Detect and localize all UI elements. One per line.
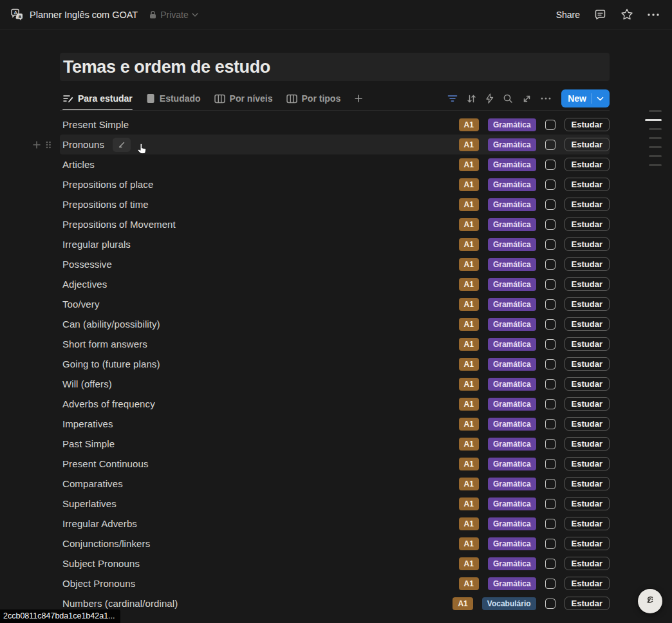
level-badge[interactable]: A1 <box>459 497 479 510</box>
row-checkbox[interactable] <box>545 200 555 210</box>
type-badge[interactable]: Gramática <box>488 557 536 570</box>
row-checkbox[interactable] <box>545 259 555 270</box>
type-badge[interactable]: Gramática <box>488 378 536 391</box>
estudar-button[interactable]: Estudar <box>565 377 610 391</box>
row-title[interactable]: Past Simple <box>62 438 115 449</box>
table-row[interactable]: Prepositions of place A1 Gramática Estud… <box>60 174 610 194</box>
type-badge[interactable]: Gramática <box>488 258 536 271</box>
type-badge[interactable]: Gramática <box>488 218 536 231</box>
row-checkbox[interactable] <box>545 219 555 230</box>
row-checkbox[interactable] <box>545 579 555 589</box>
row-title[interactable]: Subject Pronouns <box>62 558 140 569</box>
level-badge[interactable]: A1 <box>459 378 479 391</box>
row-checkbox[interactable] <box>545 180 555 190</box>
type-badge[interactable]: Gramática <box>488 438 536 451</box>
table-row[interactable]: Subject Pronouns A1 Gramática Estudar <box>60 553 610 573</box>
table-row[interactable]: Conjunctions/linkers A1 Gramática Estuda… <box>60 534 610 553</box>
type-badge[interactable]: Gramática <box>488 517 536 530</box>
level-badge[interactable]: A1 <box>459 278 479 291</box>
row-checkbox[interactable] <box>545 319 555 330</box>
row-checkbox[interactable] <box>545 479 555 489</box>
table-row[interactable]: Too/very A1 Gramática Estudar <box>60 294 610 314</box>
row-title[interactable]: Possessive <box>62 259 112 270</box>
level-badge[interactable]: A1 <box>459 338 479 351</box>
tab-estudado[interactable]: Estudado <box>146 86 201 111</box>
add-view-button[interactable] <box>354 94 363 103</box>
row-title[interactable]: Articles <box>62 159 95 170</box>
tab-por-tipos[interactable]: Por tipos <box>286 86 341 111</box>
type-badge[interactable]: Gramática <box>488 418 536 431</box>
table-row[interactable]: Possessive A1 Gramática Estudar <box>60 254 610 274</box>
row-checkbox[interactable] <box>545 399 555 409</box>
estudar-button[interactable]: Estudar <box>565 417 610 431</box>
type-badge[interactable]: Gramática <box>488 298 536 311</box>
row-title[interactable]: Going to (future plans) <box>62 358 160 369</box>
star-icon[interactable] <box>621 8 633 21</box>
new-chevron-down-icon[interactable] <box>592 97 608 101</box>
row-title[interactable]: Short form answers <box>62 339 147 349</box>
workspace-page-title[interactable]: Planner Inglês com GOAT <box>30 10 138 20</box>
type-badge[interactable]: Gramática <box>488 478 536 490</box>
notion-ai-button[interactable] <box>638 589 662 613</box>
type-badge[interactable]: Gramática <box>488 178 536 191</box>
type-badge[interactable]: Gramática <box>488 497 536 510</box>
share-button[interactable]: Share <box>556 10 580 20</box>
row-checkbox[interactable] <box>545 160 555 170</box>
estudar-button[interactable]: Estudar <box>565 257 610 271</box>
table-row[interactable]: Present Continuous A1 Gramática Estudar <box>60 454 610 474</box>
type-badge[interactable]: Gramática <box>488 537 536 550</box>
estudar-button[interactable]: Estudar <box>565 138 610 151</box>
row-title[interactable]: Comparatives <box>62 478 123 489</box>
row-title[interactable]: Conjunctions/linkers <box>62 538 150 549</box>
automation-icon[interactable] <box>485 93 494 104</box>
estudar-button[interactable]: Estudar <box>565 437 610 451</box>
row-title[interactable]: Prepositions of Movement <box>62 219 176 230</box>
row-title[interactable]: Prepositions of time <box>62 199 149 210</box>
level-badge[interactable]: A1 <box>459 258 479 271</box>
level-badge[interactable]: A1 <box>459 158 479 171</box>
more-icon[interactable] <box>541 97 551 100</box>
outline-mark[interactable] <box>645 119 662 121</box>
table-row[interactable]: Object Pronouns A1 Gramática Estudar <box>60 573 610 593</box>
type-badge[interactable]: Gramática <box>488 198 536 211</box>
table-row[interactable]: Superlatives A1 Gramática Estudar <box>60 494 610 514</box>
level-badge[interactable]: A1 <box>459 318 479 331</box>
table-row[interactable]: Prepositions of Movement A1 Gramática Es… <box>60 214 610 234</box>
row-title[interactable]: Imperatives <box>62 418 113 429</box>
table-row[interactable]: Pronouns A1 Gramática Estudar <box>60 135 610 154</box>
row-checkbox[interactable] <box>545 539 555 549</box>
row-checkbox[interactable] <box>545 279 555 290</box>
level-badge[interactable]: A1 <box>459 438 479 451</box>
estudar-button[interactable]: Estudar <box>565 577 610 590</box>
row-checkbox[interactable] <box>545 379 555 389</box>
outline-mark[interactable] <box>649 155 662 157</box>
level-badge[interactable]: A1 <box>453 597 472 610</box>
table-row[interactable]: Short form answers A1 Gramática Estudar <box>60 334 610 354</box>
new-button[interactable]: New <box>561 89 610 107</box>
estudar-button[interactable]: Estudar <box>565 237 610 251</box>
estudar-button[interactable]: Estudar <box>565 277 610 291</box>
table-row[interactable]: Can (ability/possibility) A1 Gramática E… <box>60 314 610 334</box>
expand-icon[interactable] <box>522 94 532 104</box>
estudar-button[interactable]: Estudar <box>565 178 610 191</box>
level-badge[interactable]: A1 <box>459 198 479 211</box>
table-row[interactable]: Adjectives A1 Gramática Estudar <box>60 274 610 294</box>
search-icon[interactable] <box>503 93 513 104</box>
type-badge[interactable]: Gramática <box>488 398 536 411</box>
estudar-button[interactable]: Estudar <box>565 537 610 550</box>
ellipsis-icon[interactable] <box>648 14 659 16</box>
level-badge[interactable]: A1 <box>459 458 479 470</box>
level-badge[interactable]: A1 <box>459 238 479 251</box>
table-row[interactable]: Will (offers) A1 Gramática Estudar <box>60 374 610 394</box>
page-title[interactable]: Temas e ordem de estudo <box>60 53 610 81</box>
comment-icon[interactable] <box>594 9 606 21</box>
type-badge[interactable]: Gramática <box>488 238 536 251</box>
level-badge[interactable]: A1 <box>459 577 479 590</box>
table-row[interactable]: Numbers (cardinal/ordinal) A1 Vocabulári… <box>60 593 610 613</box>
row-title[interactable]: Object Pronouns <box>62 578 135 589</box>
level-badge[interactable]: A1 <box>459 358 479 371</box>
table-row[interactable]: Irregular plurals A1 Gramática Estudar <box>60 234 610 254</box>
row-title[interactable]: Prepositions of place <box>62 179 153 190</box>
estudar-button[interactable]: Estudar <box>565 297 610 311</box>
estudar-button[interactable]: Estudar <box>565 158 610 171</box>
